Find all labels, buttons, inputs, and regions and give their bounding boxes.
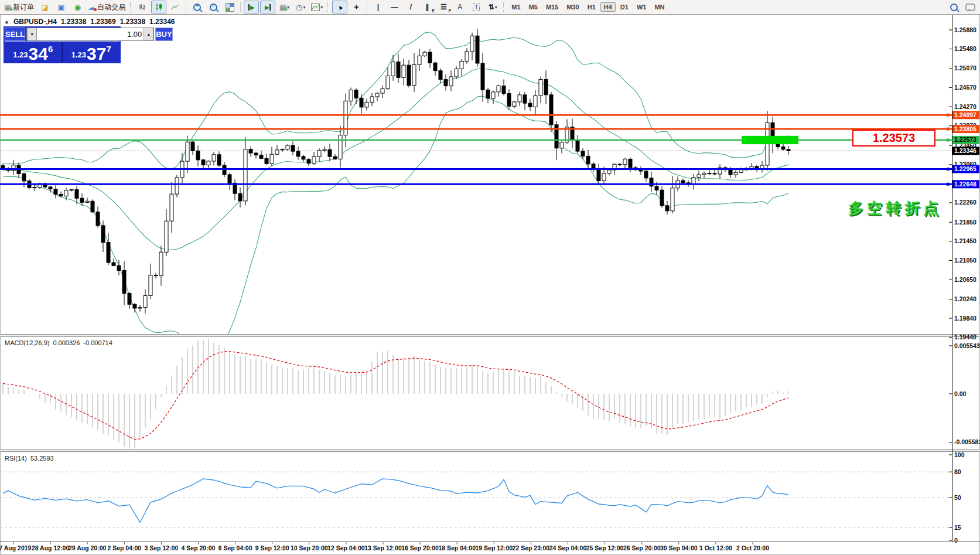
candle <box>539 77 542 103</box>
auto-trading-button[interactable]: ☁ 自动交易 <box>86 1 127 13</box>
cursor-tool-button[interactable]: ▲ <box>332 1 347 13</box>
candle <box>681 179 685 184</box>
price-tag-1.23805: 1.23805 <box>952 125 979 133</box>
candle <box>460 59 463 76</box>
timeframe-w1-button[interactable]: W1 <box>633 2 650 12</box>
hline-anchor[interactable] <box>947 183 950 186</box>
horizontal-line-tool-button[interactable]: — <box>387 1 402 13</box>
candle <box>702 171 706 178</box>
timeframe-h4-button[interactable]: H4 <box>600 2 616 12</box>
rsi-value: 53.2593 <box>30 455 54 462</box>
hline-anchor[interactable] <box>947 114 950 117</box>
timeframe-h1-button[interactable]: H1 <box>584 2 599 12</box>
tile-windows-button[interactable] <box>222 1 237 13</box>
arrows-tool-button[interactable]: ⇅▾ <box>485 1 500 13</box>
timeframe-m5-button[interactable]: M5 <box>525 2 541 12</box>
timeframe-m15-button[interactable]: M15 <box>542 2 562 12</box>
time-tick: 9 Sep 12:00 <box>255 544 289 551</box>
bb-lower <box>3 96 788 352</box>
toolbar-drag-handle[interactable] <box>327 2 329 12</box>
candle <box>33 185 36 191</box>
vertical-line-tool-button[interactable]: | <box>370 1 385 13</box>
candle <box>618 163 622 166</box>
new-order-label: 新订单 <box>13 2 34 12</box>
chart-shift-button[interactable]: ▶ <box>260 1 275 13</box>
text-tool-button[interactable]: A <box>452 1 467 13</box>
auto-scroll-button[interactable]: ▶ <box>244 1 259 13</box>
auto-trading-off-dot <box>94 8 97 11</box>
auto-scroll-icon: ▶ <box>250 4 255 11</box>
one-click-collapse-arrow[interactable]: ▲ <box>4 19 9 25</box>
candle <box>101 220 105 252</box>
sell-button[interactable]: SELL <box>5 28 25 41</box>
chat-button[interactable] <box>962 1 978 13</box>
crosshair-tool-button[interactable]: + <box>349 1 364 13</box>
arrows-icon: ⇅ <box>489 3 494 11</box>
zoom-in-button[interactable]: + <box>189 1 204 13</box>
new-order-button[interactable]: ▦+ 新订单 <box>2 1 36 13</box>
toolbar-drag-handle[interactable] <box>503 2 505 12</box>
timeframe-m1-button[interactable]: M1 <box>508 2 524 12</box>
zoom-out-button[interactable]: − <box>206 1 221 13</box>
candle <box>381 86 384 98</box>
price-annotation-box[interactable]: 1.23573 <box>852 130 935 147</box>
line-chart-button[interactable] <box>168 1 183 13</box>
rsi-tick: 50 <box>954 494 961 501</box>
trendline-tool-button[interactable]: / <box>403 1 418 13</box>
volume-input[interactable] <box>37 28 144 40</box>
new-chart-button[interactable]: ▦+ ▾ <box>276 1 292 13</box>
highlight-rect[interactable] <box>742 136 798 144</box>
price-tick: 1.19840 <box>954 315 976 322</box>
chart-canvas[interactable]: 1.258801.254801.250701.246701.242701.238… <box>0 0 980 555</box>
auto-trading-icon: ☁ <box>88 4 95 11</box>
candle <box>713 170 716 176</box>
bar-chart-button[interactable] <box>135 1 150 13</box>
candle <box>407 60 411 87</box>
buy-button[interactable]: BUY <box>155 28 172 41</box>
candle <box>760 161 764 173</box>
time-tick: 27 Aug 2019 <box>0 544 32 551</box>
search-button[interactable] <box>946 1 961 13</box>
turning-point-text[interactable]: 多空转折点 <box>848 198 942 219</box>
volume-decrease-button[interactable]: ▼ <box>27 28 37 40</box>
buy-price[interactable]: 1.23 37 7 <box>63 42 120 62</box>
market-watch-button[interactable]: ◪ <box>37 1 52 13</box>
candle <box>175 175 179 198</box>
fibonacci-icon: ☰ <box>441 3 447 11</box>
candle <box>402 59 405 86</box>
hline-anchor[interactable] <box>947 168 950 171</box>
zoom-out-icon: − <box>210 4 217 11</box>
timeframe-mn-button[interactable]: MN <box>651 2 668 12</box>
data-window-button[interactable]: ▣ <box>53 1 69 13</box>
candle <box>444 74 448 91</box>
text-label-tool-button[interactable]: T <box>469 1 484 13</box>
periods-button[interactable]: ◷▾ <box>293 1 308 13</box>
price-tag-1.24097: 1.24097 <box>952 111 979 119</box>
time-tick: 16 Sep 20:00 <box>401 544 439 551</box>
candle <box>502 80 506 96</box>
text-label-icon: T <box>473 4 480 11</box>
candle <box>165 209 168 256</box>
one-click-trading-panel: SELL ▼ ▲ BUY 1.23 34 6 1.23 37 7 <box>4 26 121 63</box>
volume-increase-button[interactable]: ▲ <box>144 28 153 40</box>
toolbar-drag-handle[interactable] <box>130 2 132 12</box>
candle <box>265 154 268 165</box>
text-tool-label: A <box>457 3 462 11</box>
time-tick: 3 Sep 12:00 <box>145 544 179 551</box>
sell-price[interactable]: 1.23 34 6 <box>5 42 62 62</box>
timeframe-d1-button[interactable]: D1 <box>617 2 632 12</box>
time-tick: 6 Sep 04:00 <box>218 544 252 551</box>
rsi-tick: 15 <box>954 524 961 531</box>
fibonacci-tool-button[interactable]: ☰F <box>436 1 451 13</box>
candlestick-chart-button[interactable] <box>151 1 166 13</box>
candle <box>397 54 400 83</box>
price-tick: 1.25880 <box>954 26 976 33</box>
candle <box>534 90 537 114</box>
signals-button[interactable]: ◉ <box>70 1 85 13</box>
hline-anchor[interactable] <box>947 128 950 131</box>
candle <box>323 146 326 152</box>
timeframe-m30-button[interactable]: M30 <box>563 2 582 12</box>
price-tick: 1.25480 <box>954 45 976 52</box>
channel-tool-button[interactable]: ∥E <box>419 1 435 13</box>
templates-button[interactable]: ▾ <box>309 1 325 13</box>
